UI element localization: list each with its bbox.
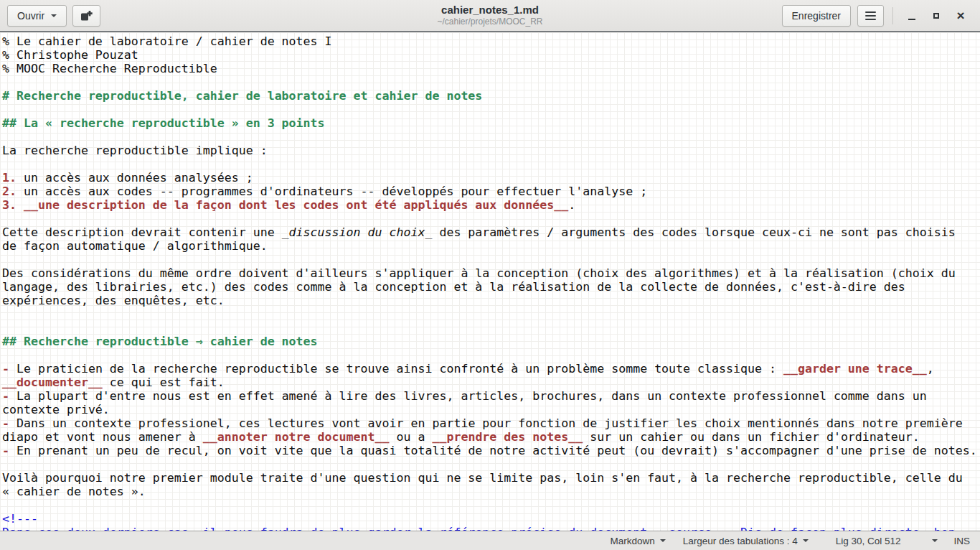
text-segment: des paramètres / arguments des codes lor…	[432, 225, 955, 239]
text-segment: % MOOC Recherche Reproductible	[2, 62, 217, 75]
text-segment: 1.	[2, 171, 17, 185]
text-segment: Des considérations du même ordre doivent…	[2, 266, 956, 280]
text-segment: -	[2, 362, 9, 376]
editor-line: Cette description devrait contenir une _…	[2, 225, 980, 239]
language-selector[interactable]: Markdown	[611, 536, 666, 546]
cursor-position-label: Lig 30, Col 512	[836, 536, 901, 546]
close-icon: ×	[956, 9, 964, 22]
editor-line	[2, 103, 980, 116]
text-segment: un accès aux données analysées ;	[17, 171, 253, 185]
editor-line: 3. __une description de la façon dont le…	[2, 198, 980, 212]
editor-line: Dans ces deux derniers cas, il nous faud…	[2, 526, 980, 531]
close-button[interactable]: ×	[948, 5, 973, 27]
text-segment: ## Recherche reproductible ⇒ cahier de n…	[2, 335, 318, 348]
text-segment: un accès aux codes -- programmes d'ordin…	[17, 185, 647, 198]
text-segment: <!---	[2, 512, 38, 526]
text-segment: ,	[927, 362, 934, 376]
open-button[interactable]: Ouvrir	[7, 5, 67, 27]
text-segment: Cette description devrait contenir une	[2, 225, 282, 239]
editor-line: La recherche reproductible implique :	[2, 144, 980, 157]
tab-width-selector[interactable]: Largeur des tabulations : 4	[683, 536, 809, 546]
maximize-button[interactable]	[924, 5, 948, 27]
editor-line: - En prenant un peu de recul, on voit vi…	[2, 444, 980, 457]
text-segment: -	[2, 416, 9, 430]
editor-line: langage, des librairies, etc.) des codes…	[2, 280, 980, 294]
cursor-position[interactable]: Lig 30, Col 512	[836, 536, 901, 546]
text-segment: Dans ces deux derniers cas, il nous faud…	[2, 526, 956, 531]
editor-line	[2, 321, 980, 335]
editor-line	[2, 498, 980, 512]
editor-line: - La plupart d'entre nous est en effet a…	[2, 389, 980, 403]
text-segment: # Recherche reproductible, cahier de lab…	[2, 89, 482, 103]
text-segment: .	[568, 198, 575, 212]
text-segment: Le praticien de la recherche reproductib…	[9, 362, 783, 376]
headerbar-right-group: Enregistrer ×	[782, 5, 973, 27]
editor-line	[2, 253, 980, 266]
statusbar: Markdown Largeur des tabulations : 4 Lig…	[0, 531, 980, 550]
text-segment: __annoter notre document__	[203, 430, 390, 444]
editor-line: expériences, des enquêtes, etc.	[2, 294, 980, 307]
editor-line: Voilà pourquoi notre premier module trai…	[2, 471, 980, 485]
new-document-button[interactable]	[72, 5, 100, 27]
chevron-down-icon	[51, 14, 57, 17]
text-segment: sur un cahier ou dans un fichier d'ordin…	[583, 430, 920, 444]
insert-mode-indicator: INS	[953, 536, 970, 546]
text-segment: langage, des librairies, etc.) des codes…	[2, 280, 905, 294]
document-path: ~/cahier/projets/MOOC_RR	[437, 17, 542, 27]
minimize-icon	[908, 19, 915, 20]
maximize-icon	[933, 13, 939, 19]
editor-line: % MOOC Recherche Reproductible	[2, 62, 980, 75]
editor-line: ## La « recherche reproductible » en 3 p…	[2, 116, 980, 130]
text-segment: « cahier de notes ».	[2, 485, 146, 498]
document-title: cahier_notes_1.md	[441, 4, 539, 16]
editor-line: % Christophe Pouzat	[2, 48, 980, 62]
open-button-label: Ouvrir	[17, 11, 44, 21]
text-segment: La plupart d'entre nous est en effet ame…	[9, 389, 927, 403]
editor-line: # Recherche reproductible, cahier de lab…	[2, 89, 980, 103]
editor-line	[2, 212, 980, 225]
editor-line: <!---	[2, 512, 980, 526]
editor-line	[2, 348, 980, 362]
editor-content[interactable]: % Le cahier de laboratoire / cahier de n…	[0, 32, 980, 531]
new-document-icon	[80, 10, 93, 22]
editor-line: « cahier de notes ».	[2, 485, 980, 498]
text-segment: ou a	[389, 430, 432, 444]
editor-line	[2, 157, 980, 171]
editor-line: 2. un accès aux codes -- programmes d'or…	[2, 185, 980, 198]
header-separator	[892, 7, 893, 24]
headerbar-left-group: Ouvrir	[7, 5, 100, 27]
text-segment: diapo et vont nous amener à	[2, 430, 203, 444]
text-segment: __documenter__	[2, 376, 103, 389]
text-segment: En prenant un peu de recul, on voit vite…	[9, 444, 977, 457]
editor-line: contexte privé.	[2, 403, 980, 416]
text-segment: Voilà pourquoi notre premier module trai…	[2, 471, 963, 485]
editor-line: Des considérations du même ordre doivent…	[2, 266, 980, 280]
chevron-down-icon	[660, 539, 666, 542]
editor-line: diapo et vont nous amener à __annoter no…	[2, 430, 980, 444]
goto-line-dropdown[interactable]	[932, 539, 938, 542]
editor-line: ## Recherche reproductible ⇒ cahier de n…	[2, 335, 980, 348]
editor-line: % Le cahier de laboratoire / cahier de n…	[2, 34, 980, 48]
editor-line	[2, 307, 980, 321]
text-segment: de façon automatique / algorithmique.	[2, 239, 268, 253]
text-segment: contexte privé.	[2, 403, 110, 416]
minimize-button[interactable]	[900, 5, 924, 27]
editor-line: 1. un accès aux données analysées ;	[2, 171, 980, 185]
text-segment	[17, 198, 24, 212]
editor-line: - Dans un contexte professionel, ces lec…	[2, 416, 980, 430]
editor-line	[2, 130, 980, 144]
text-segment: _discussion du choix_	[282, 225, 433, 239]
gedit-window: Ouvrir cahier_notes_1.md ~/cahier/projet…	[0, 0, 980, 550]
text-segment: ## La « recherche reproductible » en 3 p…	[2, 116, 325, 130]
menu-button[interactable]	[857, 5, 884, 27]
save-button[interactable]: Enregistrer	[782, 5, 851, 27]
text-segment: ce qui est fait.	[103, 376, 225, 389]
language-label: Markdown	[611, 536, 655, 546]
text-segment: % Le cahier de laboratoire / cahier de n…	[2, 34, 332, 48]
text-segment: -	[2, 444, 9, 457]
text-segment: 3.	[2, 198, 17, 212]
tab-width-label: Largeur des tabulations : 4	[683, 536, 798, 546]
text-segment: expériences, des enquêtes, etc.	[2, 294, 225, 307]
editor-line: __documenter__ ce qui est fait.	[2, 376, 980, 389]
editor-line: - Le praticien de la recherche reproduct…	[2, 362, 980, 376]
